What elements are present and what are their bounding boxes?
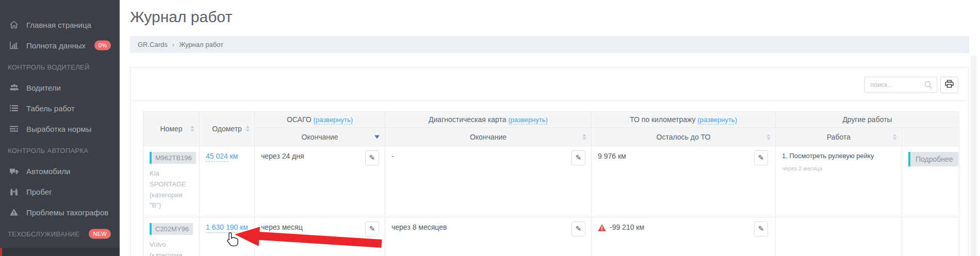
column-group-other-works: Другие работы [776,112,959,128]
odometer-unit: км [230,152,238,160]
sidebar-item-mileage[interactable]: Пробег [0,181,120,202]
content-card: Номер Одометр ОСАГО (развернуть) Диагнос… [130,67,969,256]
sort-icon[interactable] [893,134,897,140]
list-icon [8,104,20,113]
work-title: 1. Посмотреть рулевую рейку [782,152,895,160]
odometer-unit: км [240,223,248,231]
scrollbar-track[interactable] [971,56,976,256]
breadcrumb-current: Журнал работ [179,41,223,48]
sidebar-item-data-completeness[interactable]: Полнота данных 0% [0,35,120,56]
to-cell: 9 976 км ✎ [592,146,776,217]
odometer-cell: 1 630 190 км [200,217,255,256]
sidebar: Главная страница Полнота данных 0% КОНТР… [0,0,120,256]
diag-expand-link[interactable]: (развернуть) [508,116,548,125]
osago-expand-link[interactable]: (развернуть) [314,116,353,125]
osago-cell: через месяц ✎ [255,217,385,256]
sidebar-section-maintenance: ТЕХОБСЛУЖИВАНИЕ NEW [0,224,120,244]
to-cell: -99 210 км ✎ [592,217,776,256]
details-button[interactable]: Подробнее [908,152,958,166]
sort-icon[interactable] [246,126,250,132]
sort-icon[interactable] [190,126,194,132]
sidebar-item-label: Выработка нормы [26,125,91,133]
edit-button[interactable]: ✎ [571,150,585,165]
sidebar-item-label: Водители [26,83,61,92]
warning-triangle-icon [598,224,606,233]
number-cell: C202MY96 Volvo (категория "C") [143,217,200,256]
main-content: Журнал работ GR.Cards › Журнал работ [120,0,980,256]
work-note: через 2 месяца [782,165,895,172]
vehicle-name: Volvo (категория "C") [150,240,192,256]
data-completeness-badge: 0% [94,41,111,50]
edit-button[interactable]: ✎ [754,221,768,236]
tasks-icon [8,124,20,133]
pencil-icon: ✎ [369,225,375,233]
edit-button[interactable]: ✎ [571,221,585,236]
column-header-to-remaining[interactable]: Осталось до ТО [592,128,776,146]
worklog-table: Номер Одометр ОСАГО (развернуть) Диагнос… [143,111,959,256]
home-icon [8,20,20,29]
sidebar-item-norm-output[interactable]: Выработка нормы [0,118,120,139]
search-icon [924,80,933,92]
edit-button[interactable]: ✎ [754,150,768,165]
sidebar-item-home[interactable]: Главная страница [0,14,120,35]
sidebar-item-timesheet[interactable]: Табель работ [0,98,120,118]
users-icon [8,83,20,92]
pencil-icon: ✎ [758,153,764,162]
breadcrumb-separator: › [172,41,174,48]
column-group-diag-card: Диагностическая карта (развернуть) [385,112,592,128]
warning-icon [8,208,20,217]
osago-cell: через 24 дня ✎ [255,146,385,217]
sidebar-item-label: Табель работ [26,104,75,113]
sidebar-item-vehicles[interactable]: Автомобили [0,161,120,181]
sidebar-item-label: Проблемы тахографов [26,208,108,217]
sidebar-item-label: Автомобили [26,167,70,176]
sidebar-item-tachograph-problems[interactable]: Проблемы тахографов [0,202,120,223]
column-header-osago-end[interactable]: Окончание [255,128,385,146]
pencil-icon: ✎ [758,225,764,233]
search-box [864,77,937,93]
table-row: M962TB196 Kia SPORTAGE (категория "B") 4… [143,146,959,217]
plate-badge[interactable]: C202MY96 [150,223,193,235]
page-title: Журнал работ [130,8,980,26]
sidebar-item-drivers[interactable]: Водители [0,77,120,98]
sort-icon[interactable] [766,134,771,140]
sidebar-item-label: Главная страница [26,21,91,29]
column-header-details [902,128,959,146]
sort-icon[interactable] [582,134,586,140]
sidebar-section-fleet-control: КОНТРОЛЬ АВТОПАРКА [0,140,120,161]
diag-cell: через 8 месяцев ✎ [385,217,592,256]
card-toolbar [130,67,969,100]
column-header-diag-end[interactable]: Окончание [385,128,592,146]
edit-button[interactable]: ✎ [365,150,379,165]
print-button[interactable] [940,77,958,93]
to-expand-link[interactable]: (развернуть) [697,116,737,125]
pencil-icon: ✎ [576,153,582,162]
column-header-number[interactable]: Номер [143,112,200,146]
column-group-to-mileage: ТО по километражу (развернуть) [592,112,776,128]
new-badge: NEW [89,229,111,239]
breadcrumb-root-link[interactable]: GR.Cards [138,41,168,48]
odometer-link[interactable]: 45 024 [206,152,228,162]
bar-chart-icon [8,41,20,50]
pencil-icon: ✎ [369,153,375,162]
printer-icon [945,80,954,90]
sidebar-section-drivers-control: КОНТРОЛЬ ВОДИТЕЛЕЙ [0,57,120,77]
odometer-link[interactable]: 1 630 190 [206,223,238,233]
table-row: C202MY96 Volvo (категория "C") 1 630 190… [143,217,959,256]
sort-desc-icon[interactable] [374,135,380,139]
binoculars-icon [8,187,20,196]
column-header-odometer[interactable]: Одометр [200,112,255,146]
pencil-icon: ✎ [576,225,582,233]
number-cell: M962TB196 Kia SPORTAGE (категория "B") [143,146,200,217]
sidebar-item-label: Пробег [26,187,52,196]
sidebar-active-item-partial[interactable] [0,248,120,256]
breadcrumb: GR.Cards › Журнал работ [130,36,969,53]
edit-button[interactable]: ✎ [365,221,379,236]
plate-badge[interactable]: M962TB196 [150,152,196,164]
sidebar-nav: Главная страница Полнота данных 0% КОНТР… [0,0,120,244]
sidebar-item-label: Полнота данных [26,41,86,50]
work-cell [776,217,902,256]
vehicle-name: Kia SPORTAGE (категория "B") [150,168,192,211]
column-group-osago: ОСАГО (развернуть) [255,112,385,128]
column-header-work[interactable]: Работа [776,128,902,146]
